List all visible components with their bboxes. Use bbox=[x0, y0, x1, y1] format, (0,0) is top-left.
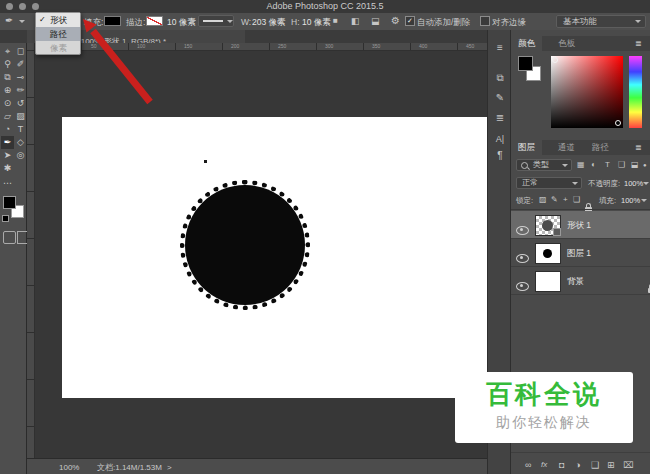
lock-transparency-icon[interactable]: ▨ bbox=[539, 194, 547, 206]
filter-adjustment-layers-icon[interactable]: ◐ bbox=[591, 159, 596, 171]
character-panel-icon[interactable]: A| bbox=[488, 133, 512, 145]
filter-toggle-icon[interactable]: ● bbox=[643, 159, 647, 171]
watermark-subtitle: 助你轻松解决 bbox=[455, 414, 633, 432]
color-saturation-field[interactable] bbox=[551, 56, 623, 128]
vertical-ruler bbox=[27, 51, 35, 458]
visibility-eye-icon[interactable] bbox=[516, 226, 529, 235]
align-edges-checkbox[interactable] bbox=[480, 16, 490, 26]
adjustments-panel-icon[interactable]: ≡ bbox=[488, 42, 512, 54]
tool-preset-caret-icon[interactable] bbox=[19, 20, 25, 23]
color-picker-marker[interactable] bbox=[615, 120, 621, 126]
tab-channels[interactable]: 通道 bbox=[551, 140, 582, 154]
filter-type-layers-icon[interactable]: T bbox=[605, 159, 610, 171]
filter-smart-object-icon[interactable]: ⬓ bbox=[631, 159, 639, 171]
selected-black-circle[interactable] bbox=[180, 180, 310, 310]
fill-color-swatch[interactable] bbox=[104, 16, 121, 26]
new-layer-icon[interactable]: ⊞ bbox=[607, 459, 615, 471]
tab-paths[interactable]: 路径 bbox=[585, 140, 616, 154]
lock-pixels-icon[interactable]: ✎ bbox=[551, 194, 558, 206]
layer-name[interactable]: 图层 1 bbox=[567, 248, 591, 258]
lock-position-icon[interactable]: + bbox=[563, 194, 568, 206]
status-chevron-icon[interactable]: > bbox=[167, 463, 172, 473]
path-arrangement-icon[interactable]: ⬓ bbox=[371, 15, 380, 27]
layer-fill-value[interactable]: 100% bbox=[621, 196, 640, 206]
menu-item-shape[interactable]: ✓ 形状 bbox=[36, 13, 80, 27]
zoom-level[interactable]: 100% bbox=[59, 463, 79, 473]
visibility-eye-icon[interactable] bbox=[516, 254, 529, 263]
tab-layers[interactable]: 图层 bbox=[511, 140, 542, 155]
more-tools-button[interactable]: ⋯ bbox=[1, 177, 14, 190]
opacity-caret-icon[interactable] bbox=[643, 182, 649, 185]
tab-swatches[interactable]: 色板 bbox=[551, 36, 582, 50]
link-layers-icon[interactable]: ∞ bbox=[525, 459, 531, 471]
menu-item-pixels[interactable]: 像素 bbox=[36, 41, 80, 55]
type-tool[interactable]: T bbox=[14, 123, 27, 136]
layer-thumbnail-white[interactable] bbox=[535, 271, 561, 292]
layer-fill-caret-icon[interactable] bbox=[641, 199, 647, 202]
filter-pixel-layers-icon[interactable]: ▦ bbox=[577, 159, 585, 171]
layer-fill-label: 填充: bbox=[599, 196, 616, 206]
delete-layer-icon[interactable]: ⌧ bbox=[623, 459, 633, 471]
clone-source-panel-icon[interactable]: ✎ bbox=[488, 92, 512, 104]
opacity-value[interactable]: 100% bbox=[624, 179, 643, 189]
gear-icon[interactable]: ⚙ bbox=[391, 15, 400, 27]
auto-add-delete-checkbox[interactable]: ✓ bbox=[405, 16, 415, 26]
history-brush-tool[interactable]: ↺ bbox=[14, 97, 27, 110]
adjustment-layer-icon[interactable]: ◑ bbox=[575, 459, 580, 471]
path-selection-tool[interactable]: ➤ bbox=[1, 149, 14, 162]
new-group-icon[interactable]: ❑ bbox=[591, 459, 599, 471]
layer-thumbnail-shape[interactable] bbox=[535, 215, 561, 236]
move-tool[interactable]: ⌖ bbox=[1, 45, 14, 58]
gradient-tool[interactable]: ▨ bbox=[14, 110, 27, 123]
hand-tool[interactable]: ✱ bbox=[1, 162, 14, 175]
lasso-tool[interactable]: ⚲ bbox=[1, 58, 14, 71]
layer-filter-kind-dropdown[interactable]: 类型 bbox=[516, 159, 572, 171]
path-operations-icon[interactable]: ■ bbox=[333, 15, 338, 27]
path-alignment-icon[interactable]: ◧ bbox=[351, 15, 360, 27]
layer-row-background[interactable]: 背景 bbox=[511, 267, 650, 295]
healing-brush-tool[interactable]: ⊕ bbox=[1, 84, 14, 97]
color-fg-swatch[interactable] bbox=[518, 56, 533, 71]
layer-row-shape1[interactable]: 形状 1 bbox=[511, 211, 650, 239]
crop-tool[interactable]: ⧉ bbox=[1, 71, 14, 84]
dodge-tool[interactable]: ◔ bbox=[1, 123, 14, 136]
visibility-eye-icon[interactable] bbox=[516, 282, 529, 291]
add-mask-icon[interactable]: ◘ bbox=[559, 459, 564, 471]
pen-tool[interactable]: ✒ bbox=[1, 136, 14, 149]
stroke-color-swatch[interactable] bbox=[146, 16, 163, 26]
layer-style-fx-icon[interactable]: fx bbox=[541, 459, 547, 471]
lock-artboard-icon[interactable]: ❏ bbox=[573, 194, 580, 206]
libraries-panel-icon[interactable]: ≣ bbox=[488, 112, 512, 124]
clone-stamp-tool[interactable]: ⊙ bbox=[1, 97, 14, 110]
stroke-width-caret-icon[interactable] bbox=[190, 20, 196, 23]
eraser-tool[interactable]: ▱ bbox=[1, 110, 14, 123]
layer-thumbnail-circle[interactable] bbox=[535, 243, 561, 264]
hue-slider[interactable] bbox=[629, 56, 642, 128]
layers-panel-menu-icon[interactable]: ≣ bbox=[635, 142, 642, 154]
menu-item-path[interactable]: 路径 bbox=[36, 27, 80, 41]
color-picker-marker-top[interactable] bbox=[552, 57, 558, 63]
pen-tool-preset-icon[interactable]: ✒ bbox=[5, 15, 13, 27]
quick-mask-icon[interactable] bbox=[3, 231, 16, 244]
eyedropper-tool[interactable]: ⊸ bbox=[14, 71, 27, 84]
height-value[interactable]: 10 像素 bbox=[302, 17, 331, 27]
workspace-dropdown[interactable]: 基本功能 bbox=[556, 15, 646, 28]
blend-mode-dropdown[interactable]: 正常 bbox=[516, 177, 582, 189]
zoom-tool[interactable]: ◎ bbox=[14, 149, 27, 162]
default-colors-icon[interactable] bbox=[2, 215, 9, 222]
link-dimensions-icon[interactable]: ∞ bbox=[277, 16, 283, 28]
color-panel-menu-icon[interactable]: ≣ bbox=[635, 38, 642, 50]
filter-shape-layers-icon[interactable]: ❑ bbox=[618, 159, 625, 171]
foreground-color-swatch[interactable] bbox=[3, 196, 16, 209]
styles-panel-icon[interactable]: ⧉ bbox=[488, 72, 512, 84]
brush-tool[interactable]: ✏ bbox=[14, 84, 27, 97]
paragraph-panel-icon[interactable]: ¶ bbox=[488, 150, 512, 162]
stroke-type-dropdown[interactable] bbox=[198, 15, 234, 27]
tab-color[interactable]: 颜色 bbox=[511, 36, 542, 51]
shape-tool[interactable]: ◇ bbox=[14, 136, 27, 149]
layer-name[interactable]: 形状 1 bbox=[567, 220, 591, 230]
marquee-tool[interactable]: ◻ bbox=[14, 45, 27, 58]
layer-name[interactable]: 背景 bbox=[567, 276, 584, 286]
quick-selection-tool[interactable]: ✐ bbox=[14, 58, 27, 71]
layer-row-layer1[interactable]: 图层 1 bbox=[511, 239, 650, 267]
